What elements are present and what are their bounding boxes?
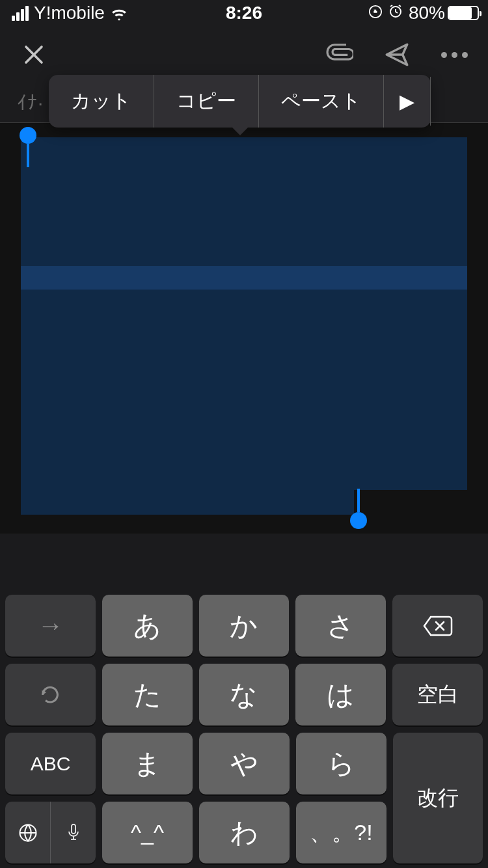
paste-menu-item[interactable]: ペースト [259, 75, 384, 128]
key-ra[interactable]: ら [296, 733, 386, 794]
signal-icon [12, 6, 29, 21]
key-a[interactable]: あ [102, 595, 193, 657]
key-undo[interactable] [5, 664, 96, 726]
key-punct[interactable]: 、。?! [296, 802, 386, 863]
selection-handle-end[interactable] [350, 489, 367, 529]
selection-handle-start[interactable] [20, 127, 36, 167]
keyboard: → あ か さ た な は 空白 [0, 534, 488, 868]
key-ka[interactable]: か [199, 595, 290, 657]
key-next-candidate[interactable]: → [5, 595, 96, 657]
clock: 8:26 [226, 3, 262, 23]
key-abc[interactable]: ABC [5, 733, 96, 794]
battery-icon [448, 6, 479, 20]
key-ta[interactable]: た [102, 664, 193, 726]
delete-icon [423, 615, 453, 637]
text-context-menu: カット コピー ペースト ▶ [49, 75, 431, 128]
key-ya[interactable]: や [199, 733, 290, 794]
rotation-lock-icon [368, 3, 383, 23]
close-button[interactable] [20, 40, 48, 69]
globe-icon[interactable] [5, 802, 51, 863]
more-button[interactable] [440, 40, 468, 69]
selection-highlight-line [21, 266, 467, 290]
cut-menu-item[interactable]: カット [49, 75, 154, 128]
key-ma[interactable]: ま [102, 733, 193, 794]
attachment-icon[interactable] [325, 40, 354, 69]
from-label: ｲﾅ· [17, 92, 44, 114]
send-button[interactable] [383, 40, 411, 69]
key-na[interactable]: な [199, 664, 290, 726]
key-globe-mic[interactable] [5, 802, 96, 863]
text-selection[interactable] [21, 137, 467, 490]
status-bar: Y!mobile 8:26 80% [0, 0, 488, 26]
key-return[interactable]: 改行 [393, 733, 483, 863]
copy-menu-item[interactable]: コピー [154, 75, 259, 128]
wifi-icon [110, 6, 128, 20]
key-delete[interactable] [392, 595, 483, 657]
key-kaomoji[interactable]: ^_^ [102, 802, 193, 863]
battery-pct: 80% [409, 3, 445, 23]
key-sa[interactable]: さ [295, 595, 386, 657]
more-menu-item[interactable]: ▶ [384, 77, 431, 126]
undo-icon [39, 684, 61, 706]
mic-icon[interactable] [51, 802, 96, 863]
key-ha[interactable]: は [295, 664, 386, 726]
carrier-label: Y!mobile [34, 3, 105, 23]
svg-rect-3 [72, 824, 75, 834]
key-wa[interactable]: わ [199, 802, 290, 863]
alarm-icon [388, 3, 403, 23]
compose-body[interactable] [0, 123, 488, 534]
key-space[interactable]: 空白 [392, 664, 483, 726]
text-selection-tail[interactable] [21, 490, 354, 515]
